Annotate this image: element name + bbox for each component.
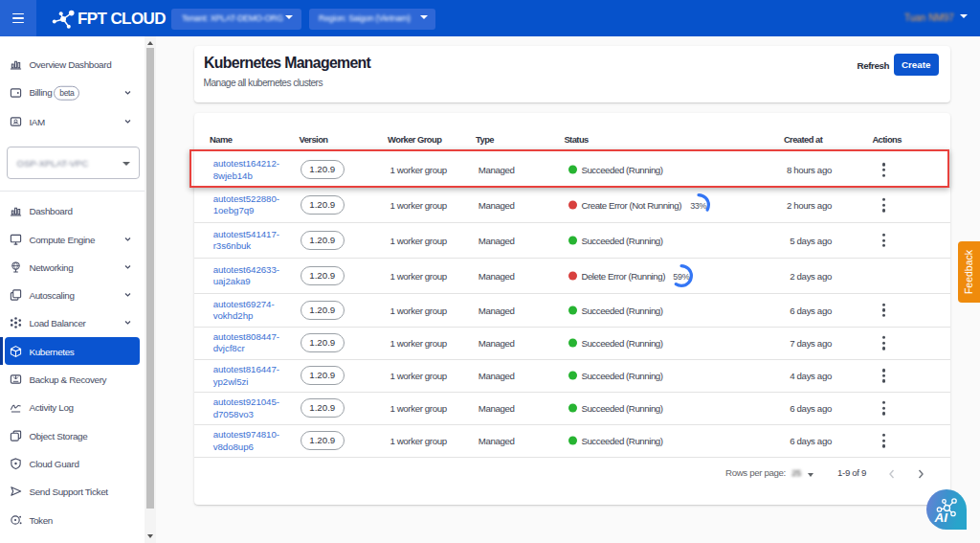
svg-text:AI: AI — [934, 510, 948, 525]
